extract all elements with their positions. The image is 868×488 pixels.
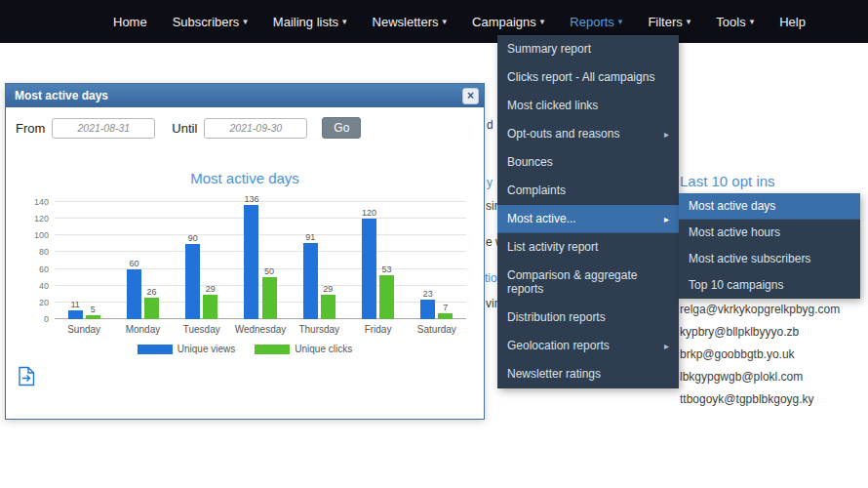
menu-item-clicks-report-all-campaigns[interactable]: Clicks report - All campaigns <box>497 63 679 92</box>
legend-label: Unique views <box>178 344 235 354</box>
nav-item-label: Filters <box>648 15 682 29</box>
bar-value-label: 29 <box>206 284 216 294</box>
submenu-arrow-icon: ▸ <box>664 214 669 224</box>
menu-item-most-active[interactable]: Most active...▸ <box>497 205 679 233</box>
bar-value-label: 11 <box>70 300 79 309</box>
menu-item-most-clicked-links[interactable]: Most clicked links <box>497 92 679 120</box>
menu-item-label: Most active hours <box>689 225 780 239</box>
panel-header[interactable]: Most active days × <box>6 84 484 107</box>
bar-group-monday: 6026 <box>113 202 172 319</box>
nav-item-label: Tools <box>716 15 745 29</box>
menu-item-label: Bounces <box>507 155 553 169</box>
submenu-item-most-active-hours[interactable]: Most active hours <box>679 220 860 246</box>
y-tick-label: 20 <box>21 298 49 307</box>
bar-unique-clicks-sunday[interactable] <box>86 315 100 319</box>
y-tick-label: 80 <box>21 247 49 257</box>
nav-item-mailing-lists[interactable]: Mailing lists▾ <box>260 0 360 43</box>
menu-item-label: Geolocation reports <box>507 339 610 352</box>
nav-item-help[interactable]: Help <box>767 0 818 43</box>
bar-group-sunday: 115 <box>55 202 113 319</box>
menu-item-label: Summary report <box>507 42 591 56</box>
bar-unique-views-monday[interactable] <box>127 269 141 319</box>
nav-item-newsletters[interactable]: Newsletters▾ <box>360 0 459 43</box>
text-fragment: d <box>487 118 493 132</box>
until-label: Until <box>172 121 197 136</box>
y-tick-label: 120 <box>21 214 49 224</box>
submenu-item-most-active-days[interactable]: Most active days <box>679 193 860 220</box>
bar-unique-views-saturday[interactable] <box>420 300 435 319</box>
y-tick-label: 60 <box>21 264 49 274</box>
optins-heading: Last 10 opt ins <box>680 173 775 189</box>
menu-item-newsletter-ratings[interactable]: Newsletter ratings <box>497 360 679 388</box>
bar-group-friday: 12053 <box>348 202 407 319</box>
optins-email-list: relga@vkrkykopgrelkpbyg.comkypbry@bllpkl… <box>680 299 840 411</box>
export-icon[interactable] <box>18 366 39 390</box>
bar-value-label: 5 <box>91 305 96 314</box>
menu-item-label: Newsletter ratings <box>507 367 601 381</box>
menu-item-summary-report[interactable]: Summary report <box>497 35 679 63</box>
menu-item-comparison-aggregate-reports[interactable]: Comparison & aggregate reports <box>497 262 679 304</box>
chart-x-axis-labels: SundayMondayTuesdayWednesdayThursdayFrid… <box>55 324 466 335</box>
bar-unique-views-wednesday[interactable] <box>244 205 258 319</box>
nav-item-tools[interactable]: Tools▾ <box>703 0 767 43</box>
nav-item-label: Subscribers <box>173 15 240 29</box>
bar-value-label: 50 <box>264 266 274 276</box>
go-button[interactable]: Go <box>322 117 361 139</box>
y-tick-label: 0 <box>21 314 49 324</box>
menu-item-label: Clicks report - All campaigns <box>507 70 654 84</box>
caret-down-icon: ▾ <box>687 17 691 26</box>
menu-item-label: Opt-outs and reasons <box>507 127 619 141</box>
bar-value-label: 136 <box>244 194 258 204</box>
bar-unique-clicks-monday[interactable] <box>144 298 159 319</box>
until-date-input[interactable] <box>204 118 307 139</box>
submenu-item-top-10-campaigns[interactable]: Top 10 campaigns <box>679 272 860 299</box>
submenu-arrow-icon: ▸ <box>664 341 669 351</box>
x-axis-label: Wednesday <box>231 324 290 335</box>
caret-down-icon: ▾ <box>540 17 545 26</box>
bar-unique-views-sunday[interactable] <box>68 310 83 319</box>
nav-item-label: Newsletters <box>373 15 439 29</box>
email-entry: lbkgypgwgb@plokl.com <box>680 366 840 388</box>
menu-item-complaints[interactable]: Complaints <box>497 177 679 205</box>
bar-unique-views-friday[interactable] <box>362 219 376 319</box>
bar-group-thursday: 9129 <box>290 202 348 319</box>
top-navbar: HomeSubscribers▾Mailing lists▾Newsletter… <box>0 0 868 43</box>
legend-item-unique-views: Unique views <box>138 344 235 354</box>
reports-dropdown-menu: Summary reportClicks report - All campai… <box>497 35 679 388</box>
menu-item-opt-outs-and-reasons[interactable]: Opt-outs and reasons▸ <box>497 120 679 148</box>
caret-down-icon: ▾ <box>750 17 755 26</box>
legend-swatch <box>255 345 290 354</box>
legend-swatch <box>138 345 173 354</box>
bar-value-label: 29 <box>323 284 333 294</box>
menu-item-label: Most clicked links <box>507 99 598 112</box>
chart-title: Most active days <box>16 170 474 186</box>
email-entry: ttbogoyk@tgpblbkgoyg.ky <box>680 388 840 411</box>
bar-unique-clicks-wednesday[interactable] <box>262 277 277 319</box>
nav-item-home[interactable]: Home <box>100 0 160 43</box>
bar-chart: 0204060801001201401156026902913650912912… <box>55 202 466 319</box>
menu-item-list-activity-report[interactable]: List activity report <box>497 233 679 262</box>
legend-label: Unique clicks <box>295 344 352 354</box>
nav-item-subscribers[interactable]: Subscribers▾ <box>160 0 260 43</box>
bar-value-label: 90 <box>188 233 198 243</box>
menu-item-distribution-reports[interactable]: Distribution reports <box>497 304 679 332</box>
bar-unique-clicks-friday[interactable] <box>379 275 394 319</box>
bar-unique-clicks-tuesday[interactable] <box>203 295 217 319</box>
caret-down-icon: ▾ <box>618 17 623 26</box>
date-range-form: From Until Go <box>16 117 474 139</box>
bar-group-tuesday: 9029 <box>173 202 231 319</box>
from-date-input[interactable] <box>52 118 155 139</box>
submenu-item-most-active-subscribers[interactable]: Most active subscribers <box>679 246 860 272</box>
bar-unique-clicks-saturday[interactable] <box>438 313 453 319</box>
panel-body: From Until Go Most active days 020406080… <box>6 107 484 419</box>
bar-unique-views-thursday[interactable] <box>303 243 318 319</box>
bar-unique-clicks-thursday[interactable] <box>321 295 335 319</box>
bar-unique-views-tuesday[interactable] <box>185 244 200 319</box>
caret-down-icon: ▾ <box>443 17 448 26</box>
menu-item-bounces[interactable]: Bounces <box>497 148 679 177</box>
menu-item-geolocation-reports[interactable]: Geolocation reports▸ <box>497 332 679 360</box>
submenu-arrow-icon: ▸ <box>664 129 669 140</box>
bar-value-label: 91 <box>305 232 315 242</box>
y-tick-label: 140 <box>21 197 49 207</box>
close-icon[interactable]: × <box>462 88 479 104</box>
